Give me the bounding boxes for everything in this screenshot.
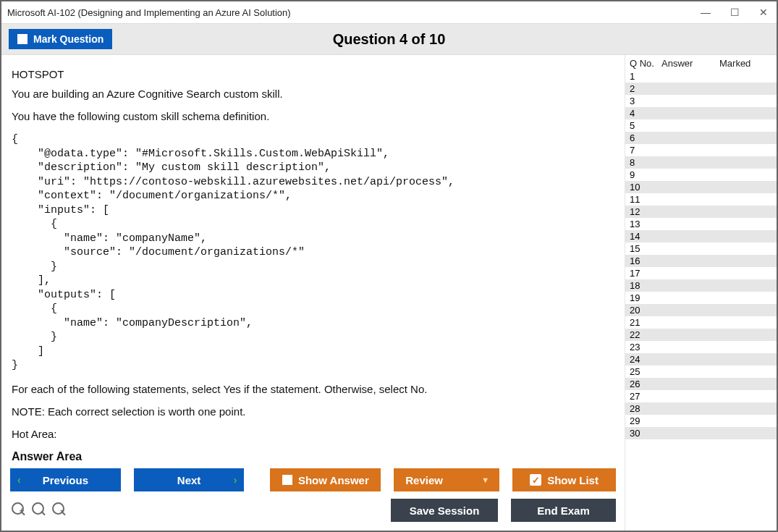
row-answer xyxy=(657,107,717,119)
row-qno: 11 xyxy=(625,193,657,206)
row-qno: 3 xyxy=(625,95,657,107)
col-answer: Answer xyxy=(661,58,719,69)
row-qno: 2 xyxy=(625,83,657,95)
question-content[interactable]: HOTSPOT You are building an Azure Cognit… xyxy=(1,55,625,461)
row-marked xyxy=(717,181,777,193)
table-row[interactable]: 17 xyxy=(625,267,777,279)
window-controls: — ☐ ✕ xyxy=(698,7,771,18)
table-row[interactable]: 16 xyxy=(625,255,777,267)
row-answer xyxy=(657,316,717,329)
row-answer xyxy=(657,353,717,366)
minimize-icon[interactable]: — xyxy=(698,7,713,18)
table-row[interactable]: 7 xyxy=(625,144,777,156)
show-list-button[interactable]: ✓ Show List xyxy=(512,468,616,491)
row-qno: 19 xyxy=(625,292,657,304)
row-qno: 7 xyxy=(625,144,657,156)
row-answer xyxy=(657,390,717,402)
table-row[interactable]: 12 xyxy=(625,206,777,218)
row-marked xyxy=(717,144,777,156)
chevron-down-icon: ▼ xyxy=(481,476,489,484)
table-row[interactable]: 23 xyxy=(625,341,777,353)
row-answer xyxy=(657,329,717,341)
row-qno: 21 xyxy=(625,316,657,329)
zoom-out-icon[interactable]: – xyxy=(52,502,68,518)
save-session-button[interactable]: Save Session xyxy=(391,499,498,522)
row-qno: 17 xyxy=(625,267,657,279)
mark-question-button[interactable]: Mark Question xyxy=(9,29,112,49)
chevron-left-icon: ‹ xyxy=(17,474,21,486)
zoom-reset-icon[interactable] xyxy=(32,502,48,518)
table-row[interactable]: 25 xyxy=(625,366,777,378)
table-row[interactable]: 2 xyxy=(625,83,777,95)
row-marked xyxy=(717,353,777,366)
titlebar: Microsoft AI-102 (Designing and Implemen… xyxy=(1,1,777,23)
question-counter: Question 4 of 10 xyxy=(1,31,777,48)
row-answer xyxy=(657,292,717,304)
show-answer-label: Show Answer xyxy=(298,474,369,486)
table-row[interactable]: 24 xyxy=(625,353,777,366)
table-row[interactable]: 1 xyxy=(625,70,777,83)
next-button[interactable]: Next › xyxy=(134,468,245,491)
row-marked xyxy=(717,156,777,169)
table-row[interactable]: 21 xyxy=(625,316,777,329)
row-qno: 8 xyxy=(625,156,657,169)
table-row[interactable]: 30 xyxy=(625,427,777,439)
row-marked xyxy=(717,366,777,378)
table-row[interactable]: 13 xyxy=(625,218,777,230)
question-list-header: Q No. Answer Marked xyxy=(625,55,777,70)
row-answer xyxy=(657,255,717,267)
row-marked xyxy=(717,218,777,230)
table-row[interactable]: 26 xyxy=(625,378,777,390)
table-row[interactable]: 15 xyxy=(625,242,777,255)
row-answer xyxy=(657,230,717,242)
show-list-label: Show List xyxy=(547,474,599,486)
row-qno: 6 xyxy=(625,132,657,144)
show-answer-button[interactable]: Show Answer xyxy=(270,468,381,491)
table-row[interactable]: 14 xyxy=(625,230,777,242)
row-answer xyxy=(657,218,717,230)
row-qno: 27 xyxy=(625,390,657,402)
col-qno: Q No. xyxy=(630,58,661,69)
row-answer xyxy=(657,427,717,439)
table-row[interactable]: 9 xyxy=(625,169,777,181)
row-answer xyxy=(657,378,717,390)
table-row[interactable]: 22 xyxy=(625,329,777,341)
row-answer xyxy=(657,156,717,169)
row-qno: 25 xyxy=(625,366,657,378)
table-row[interactable]: 3 xyxy=(625,95,777,107)
row-marked xyxy=(717,132,777,144)
review-button[interactable]: Review ▼ xyxy=(394,468,499,491)
row-answer xyxy=(657,181,717,193)
row-marked xyxy=(717,242,777,255)
row-marked xyxy=(717,83,777,95)
row-qno: 15 xyxy=(625,242,657,255)
row-qno: 9 xyxy=(625,169,657,181)
table-row[interactable]: 10 xyxy=(625,181,777,193)
row-qno: 5 xyxy=(625,119,657,132)
table-row[interactable]: 18 xyxy=(625,279,777,292)
table-row[interactable]: 29 xyxy=(625,415,777,427)
previous-button[interactable]: ‹ Previous xyxy=(10,468,121,491)
answer-area-header: Answer Area xyxy=(12,450,614,462)
row-answer xyxy=(657,267,717,279)
table-row[interactable]: 19 xyxy=(625,292,777,304)
row-marked xyxy=(717,193,777,206)
table-row[interactable]: 20 xyxy=(625,304,777,316)
close-icon[interactable]: ✕ xyxy=(756,7,771,18)
row-answer xyxy=(657,193,717,206)
row-marked xyxy=(717,329,777,341)
maximize-icon[interactable]: ☐ xyxy=(727,7,742,18)
table-row[interactable]: 5 xyxy=(625,119,777,132)
end-exam-button[interactable]: End Exam xyxy=(511,499,616,522)
table-row[interactable]: 4 xyxy=(625,107,777,119)
table-row[interactable]: 11 xyxy=(625,193,777,206)
table-row[interactable]: 8 xyxy=(625,156,777,169)
zoom-in-icon[interactable]: + xyxy=(12,502,28,518)
row-answer xyxy=(657,95,717,107)
table-row[interactable]: 27 xyxy=(625,390,777,402)
table-row[interactable]: 28 xyxy=(625,402,777,415)
row-answer xyxy=(657,242,717,255)
question-list-rows[interactable]: 1234567891011121314151617181920212223242… xyxy=(625,70,777,531)
row-qno: 14 xyxy=(625,230,657,242)
table-row[interactable]: 6 xyxy=(625,132,777,144)
